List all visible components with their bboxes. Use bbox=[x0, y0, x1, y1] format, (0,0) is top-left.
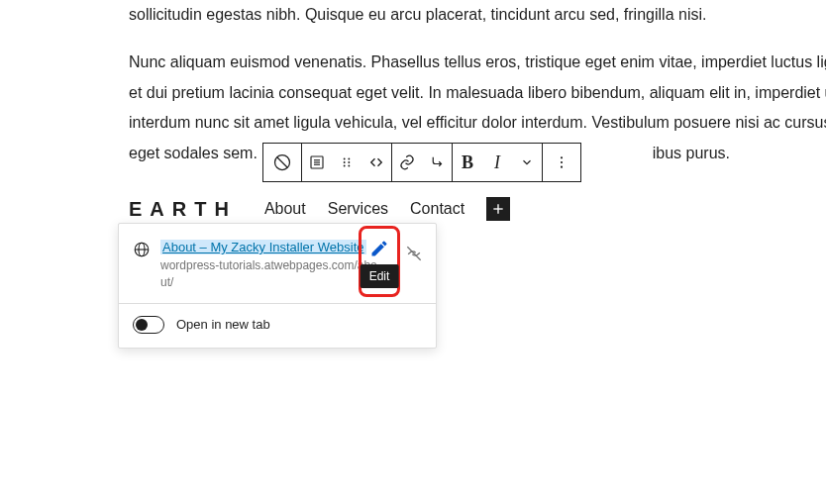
body-paragraph-1[interactable]: sollicitudin egestas nibh. Quisque eu ar… bbox=[129, 0, 826, 30]
nav-items: About Services Contact bbox=[264, 197, 510, 221]
nav-link-contact[interactable]: Contact bbox=[410, 200, 465, 218]
list-icon bbox=[308, 153, 326, 171]
svg-point-10 bbox=[344, 165, 346, 167]
link-url: wordpress-tutorials.atwebpages.com/about… bbox=[160, 257, 382, 291]
list-view-button[interactable] bbox=[302, 144, 332, 181]
options-button[interactable] bbox=[543, 144, 580, 181]
move-button[interactable] bbox=[361, 144, 391, 181]
navigation-block-icon bbox=[272, 152, 292, 172]
svg-point-11 bbox=[348, 165, 350, 167]
link-button[interactable] bbox=[392, 144, 422, 181]
unlink-icon bbox=[404, 244, 424, 263]
bold-button[interactable]: B bbox=[453, 144, 482, 181]
chevron-down-icon bbox=[520, 155, 534, 169]
unlink-button[interactable] bbox=[404, 244, 424, 267]
svg-line-1 bbox=[277, 157, 287, 167]
submenu-icon bbox=[428, 153, 446, 171]
drag-handle[interactable] bbox=[332, 144, 361, 181]
link-info: About – My Zacky Installer Website wordp… bbox=[160, 238, 382, 291]
bold-letter: B bbox=[462, 152, 473, 173]
link-title[interactable]: About – My Zacky Installer Website bbox=[160, 240, 366, 254]
navigation-block[interactable]: EARTH About Services Contact bbox=[129, 197, 510, 221]
add-nav-item-button[interactable] bbox=[486, 197, 510, 221]
more-formatting-button[interactable] bbox=[512, 144, 542, 181]
link-icon bbox=[398, 153, 416, 171]
site-title[interactable]: EARTH bbox=[129, 198, 237, 221]
block-toolbar: B I bbox=[262, 143, 581, 182]
svg-point-12 bbox=[561, 156, 563, 158]
chevrons-icon bbox=[367, 153, 385, 171]
nav-link-services[interactable]: Services bbox=[328, 200, 388, 218]
para2-line-a: Nunc aliquam euismod venenatis. Phasellu… bbox=[129, 48, 826, 77]
svg-point-14 bbox=[561, 166, 563, 168]
nav-link-about[interactable]: About bbox=[264, 200, 306, 218]
link-popover: About – My Zacky Installer Website wordp… bbox=[118, 223, 437, 349]
open-new-tab-label: Open in new tab bbox=[176, 317, 270, 332]
italic-button[interactable]: I bbox=[482, 144, 512, 181]
svg-point-8 bbox=[344, 161, 346, 163]
para2-line-d-left: eget sodales sem. bbox=[129, 145, 258, 161]
submenu-button[interactable] bbox=[422, 144, 452, 181]
para2-line-d-right: ibus purus. bbox=[653, 145, 730, 161]
block-type-button[interactable] bbox=[263, 144, 301, 181]
plus-icon bbox=[490, 201, 506, 217]
svg-point-7 bbox=[348, 158, 350, 160]
para2-line-b: et dui pretium lacinia consequat eget ve… bbox=[129, 78, 826, 108]
svg-point-9 bbox=[348, 161, 350, 163]
svg-point-13 bbox=[561, 161, 563, 163]
globe-icon bbox=[133, 241, 151, 262]
italic-letter: I bbox=[494, 152, 500, 173]
para2-line-c: interdum nunc sit amet ligula vehicula, … bbox=[129, 108, 826, 138]
drag-icon bbox=[340, 155, 354, 169]
open-new-tab-toggle[interactable] bbox=[133, 316, 164, 334]
kebab-icon bbox=[554, 154, 569, 170]
svg-point-6 bbox=[344, 158, 346, 160]
